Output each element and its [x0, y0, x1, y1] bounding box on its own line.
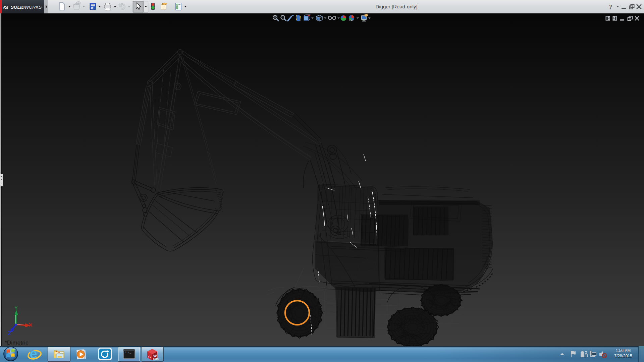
svg-text:2015: 2015 — [153, 358, 159, 361]
svg-text:S: S — [148, 355, 151, 359]
svg-text:C:\_: C:\_ — [125, 351, 131, 354]
